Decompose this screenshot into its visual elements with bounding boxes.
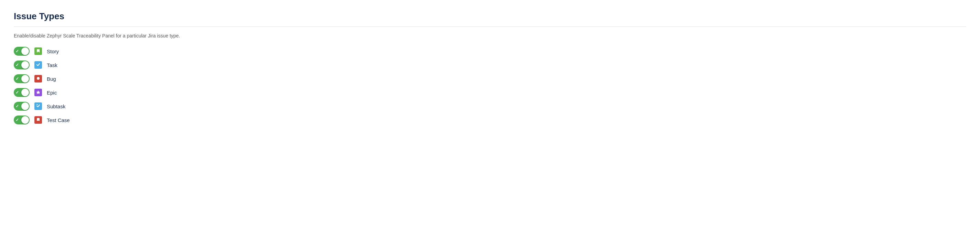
toggle-check-icon-task: ✓ <box>16 63 19 67</box>
toggle-task[interactable]: ✓ <box>14 60 30 70</box>
toggle-thumb-testcase <box>21 116 29 124</box>
story-type-icon <box>34 47 42 55</box>
bug-type-icon <box>34 75 42 82</box>
epic-type-icon <box>34 89 42 96</box>
story-icon-symbol <box>36 49 40 54</box>
testcase-icon-symbol <box>36 117 40 123</box>
toggle-story[interactable]: ✓ <box>14 47 30 56</box>
issue-row-subtask: ✓Subtask <box>14 102 966 111</box>
page-description: Enable/disable Zephyr Scale Traceability… <box>14 33 966 38</box>
toggle-thumb-subtask <box>21 103 29 110</box>
testcase-type-icon <box>34 116 42 124</box>
toggle-thumb-epic <box>21 89 29 96</box>
task-label: Task <box>47 62 57 68</box>
toggle-check-icon-story: ✓ <box>16 49 19 54</box>
testcase-label: Test Case <box>47 117 70 123</box>
bug-label: Bug <box>47 76 56 82</box>
toggle-testcase[interactable]: ✓ <box>14 115 30 125</box>
bug-icon-symbol <box>36 76 40 81</box>
toggle-thumb-story <box>21 47 29 55</box>
svg-point-1 <box>37 77 40 80</box>
task-icon-symbol <box>36 63 40 68</box>
svg-marker-0 <box>37 49 40 52</box>
task-type-icon <box>34 61 42 69</box>
toggle-thumb-bug <box>21 75 29 82</box>
toggle-check-icon-bug: ✓ <box>16 76 19 81</box>
toggle-bug[interactable]: ✓ <box>14 74 30 83</box>
issue-row-epic: ✓Epic <box>14 88 966 97</box>
toggle-check-icon-epic: ✓ <box>16 90 19 95</box>
toggle-epic[interactable]: ✓ <box>14 88 30 97</box>
subtask-type-icon <box>34 103 42 110</box>
subtask-icon-symbol <box>36 104 40 109</box>
toggle-subtask[interactable]: ✓ <box>14 102 30 111</box>
toggle-check-icon-testcase: ✓ <box>16 117 19 122</box>
epic-label: Epic <box>47 90 57 96</box>
issue-row-story: ✓Story <box>14 47 966 56</box>
issue-list: ✓Story✓Task✓Bug✓Epic✓Subtask✓Test Case <box>14 47 966 125</box>
epic-icon-symbol <box>36 90 40 95</box>
subtask-label: Subtask <box>47 103 65 109</box>
toggle-thumb-task <box>21 61 29 69</box>
issue-row-testcase: ✓Test Case <box>14 115 966 125</box>
title-divider <box>14 27 966 27</box>
issue-row-bug: ✓Bug <box>14 74 966 83</box>
page-title: Issue Types <box>14 11 966 22</box>
toggle-check-icon-subtask: ✓ <box>16 104 19 109</box>
story-label: Story <box>47 49 59 54</box>
issue-row-task: ✓Task <box>14 60 966 70</box>
svg-marker-2 <box>36 90 40 94</box>
